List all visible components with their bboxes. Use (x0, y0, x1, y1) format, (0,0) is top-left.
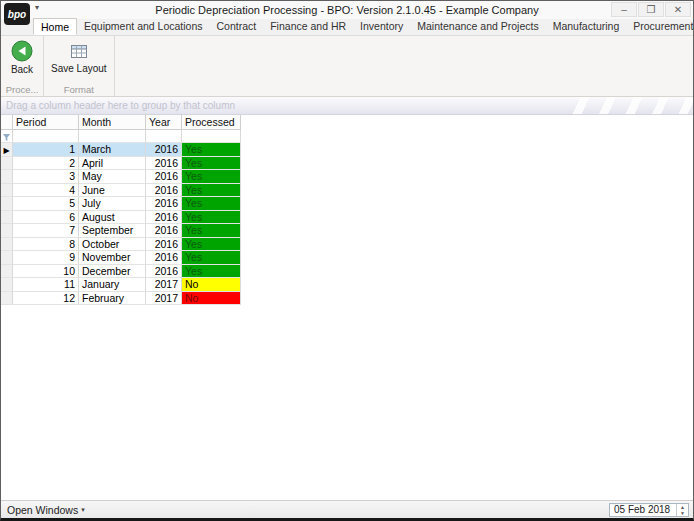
cell-month: November (79, 251, 146, 265)
filter-icon (1, 132, 12, 143)
ribbon-group-caption-format: Format (47, 83, 111, 96)
cell-year: 2016 (146, 157, 182, 171)
back-button[interactable]: Back (4, 37, 40, 77)
group-by-bar[interactable]: Drag a column header here to group by th… (1, 97, 693, 115)
tab-finance-and-hr[interactable]: Finance and HR (263, 18, 353, 35)
tab-maintenance-and-projects[interactable]: Maintenance and Projects (410, 18, 545, 35)
cell-period: 12 (13, 292, 79, 306)
cell-processed: Yes (182, 224, 241, 238)
open-windows-dropdown[interactable]: Open Windows ▾ (1, 504, 85, 516)
table-row[interactable]: 6 August 2016 Yes (1, 211, 241, 225)
filter-row-indicator (1, 130, 13, 143)
cell-period: 7 (13, 224, 79, 238)
cell-period: 11 (13, 278, 79, 292)
table-row[interactable]: ▶ 1 March 2016 Yes (1, 143, 241, 157)
cell-year: 2016 (146, 224, 182, 238)
tab-contract[interactable]: Contract (210, 18, 264, 35)
close-button[interactable]: ✕ (665, 2, 691, 17)
tab-manufacturing[interactable]: Manufacturing (546, 18, 627, 35)
ribbon-group-format: Save Layout Format (44, 36, 115, 96)
date-picker[interactable]: 05 Feb 2018 ▲ ▼ (609, 503, 689, 517)
chevron-down-icon: ▾ (81, 506, 85, 514)
cell-processed: No (182, 292, 241, 306)
spinner-down-icon[interactable]: ▼ (677, 510, 688, 516)
cell-month: October (79, 238, 146, 252)
cell-year: 2016 (146, 238, 182, 252)
save-layout-button-label: Save Layout (51, 63, 107, 74)
window-title: Periodic Depreciation Processing - BPO: … (1, 1, 693, 19)
cell-month: September (79, 224, 146, 238)
grid-rows: ▶ 1 March 2016 Yes 2 April 2016 Yes 3 Ma… (1, 143, 241, 305)
column-header-month[interactable]: Month (79, 115, 146, 130)
cell-month: December (79, 265, 146, 279)
table-row[interactable]: 5 July 2016 Yes (1, 197, 241, 211)
content-area: Period Month Year Processed ▶ 1 March 20… (1, 115, 693, 500)
cell-processed: Yes (182, 184, 241, 198)
tab-home[interactable]: Home (33, 18, 77, 35)
date-spinner[interactable]: ▲ ▼ (676, 504, 688, 516)
tab-inventory[interactable]: Inventory (353, 18, 410, 35)
status-bar: Open Windows ▾ 05 Feb 2018 ▲ ▼ (1, 500, 693, 518)
cell-year: 2016 (146, 184, 182, 198)
data-grid: Period Month Year Processed ▶ 1 March 20… (1, 115, 241, 305)
column-header-processed[interactable]: Processed (182, 115, 241, 130)
cell-processed: Yes (182, 251, 241, 265)
back-arrow-icon (10, 39, 34, 63)
table-row[interactable]: 12 February 2017 No (1, 292, 241, 306)
save-layout-button[interactable]: Save Layout (47, 37, 111, 76)
filter-cell-month[interactable] (79, 130, 146, 143)
ribbon-group-caption-process: Proce... (4, 83, 40, 96)
cell-year: 2016 (146, 265, 182, 279)
cell-period: 4 (13, 184, 79, 198)
cell-month: May (79, 170, 146, 184)
cell-month: June (79, 184, 146, 198)
cell-period: 2 (13, 157, 79, 171)
grid-header-selector (1, 115, 13, 130)
cell-period: 10 (13, 265, 79, 279)
cell-processed: Yes (182, 157, 241, 171)
table-row[interactable]: 9 November 2016 Yes (1, 251, 241, 265)
cell-year: 2016 (146, 197, 182, 211)
cell-period: 6 (13, 211, 79, 225)
cell-year: 2016 (146, 143, 182, 157)
cell-year: 2016 (146, 251, 182, 265)
grid-header-row: Period Month Year Processed (1, 115, 241, 130)
cell-month: July (79, 197, 146, 211)
column-header-year[interactable]: Year (146, 115, 182, 130)
open-windows-label: Open Windows (7, 504, 78, 516)
table-row[interactable]: 2 April 2016 Yes (1, 157, 241, 171)
maximize-button[interactable]: ❐ (638, 2, 664, 17)
quick-access-caret-icon[interactable]: ▾ (35, 3, 39, 12)
bpo-logo-icon: bpo (4, 3, 30, 25)
table-row[interactable]: 8 October 2016 Yes (1, 238, 241, 252)
cell-month: February (79, 292, 146, 306)
cell-month: March (79, 143, 146, 157)
date-value: 05 Feb 2018 (610, 503, 676, 516)
column-header-period[interactable]: Period (13, 115, 79, 130)
table-row[interactable]: 10 December 2016 Yes (1, 265, 241, 279)
cell-period: 8 (13, 238, 79, 252)
cell-year: 2016 (146, 211, 182, 225)
table-row[interactable]: 3 May 2016 Yes (1, 170, 241, 184)
cell-processed: Yes (182, 238, 241, 252)
cell-processed: No (182, 278, 241, 292)
table-row[interactable]: 7 September 2016 Yes (1, 224, 241, 238)
table-row[interactable]: 4 June 2016 Yes (1, 184, 241, 198)
grid-filter-row (1, 130, 241, 143)
cell-processed: Yes (182, 211, 241, 225)
minimize-button[interactable]: – (611, 2, 637, 17)
row-selector: ▶ (3, 146, 9, 155)
back-button-label: Back (11, 64, 33, 75)
cell-processed: Yes (182, 170, 241, 184)
cell-year: 2017 (146, 278, 182, 292)
tab-equipment-and-locations[interactable]: Equipment and Locations (77, 18, 210, 35)
cell-month: January (79, 278, 146, 292)
cell-period: 3 (13, 170, 79, 184)
cell-period: 1 (13, 143, 79, 157)
tab-procurement[interactable]: Procurement (626, 18, 694, 35)
ribbon-group-process: Back Proce... (1, 36, 44, 96)
filter-cell-processed[interactable] (182, 130, 241, 143)
filter-cell-period[interactable] (13, 130, 79, 143)
table-row[interactable]: 11 January 2017 No (1, 278, 241, 292)
filter-cell-year[interactable] (146, 130, 182, 143)
